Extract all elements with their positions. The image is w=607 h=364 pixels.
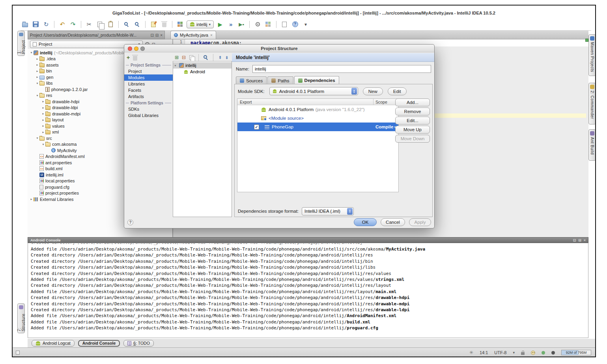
ok-button[interactable]: OK bbox=[354, 218, 377, 226]
dependency-row[interactable]: Android 4.0.1 Platform (java version "1.… bbox=[237, 105, 398, 114]
hide-icon[interactable]: × bbox=[160, 33, 162, 37]
tool-button-7-structure[interactable]: 7: Structure bbox=[17, 303, 25, 333]
tool-button-ant-build[interactable]: Ant Build bbox=[588, 129, 596, 161]
chevron-down-icon[interactable]: ▾ bbox=[41, 143, 45, 146]
settings-category-item[interactable]: Global Libraries bbox=[124, 112, 173, 119]
edit--button[interactable]: Edit... bbox=[395, 117, 430, 124]
chevron-right-icon[interactable]: ▸ bbox=[35, 63, 39, 67]
editor-tab-myactivity[interactable]: MyActivity.java × bbox=[170, 31, 216, 39]
chevron-right-icon[interactable]: ▸ bbox=[35, 69, 39, 73]
edit-scratch-icon[interactable] bbox=[149, 20, 158, 29]
remove-button[interactable]: Remove bbox=[395, 108, 430, 115]
chevron-right-icon[interactable]: ▸ bbox=[35, 75, 39, 79]
new-sdk-button[interactable]: New bbox=[363, 87, 383, 95]
settings-category-item[interactable]: Facets bbox=[124, 87, 173, 93]
fast-forward-icon[interactable]: » bbox=[226, 20, 235, 29]
chevron-right-icon[interactable]: ▸ bbox=[41, 100, 45, 103]
tool-button-maven-projects[interactable]: Maven Projects bbox=[588, 34, 596, 76]
tool-button-1-project[interactable]: 1: Project bbox=[17, 31, 25, 56]
settings-category-item[interactable]: Project bbox=[124, 68, 173, 74]
module-tree-item-intellij[interactable]: ▾ intellij bbox=[173, 62, 232, 69]
document-icon[interactable] bbox=[280, 20, 289, 29]
minimize-icon[interactable]: ⊟ bbox=[155, 33, 159, 37]
find-icon[interactable] bbox=[204, 55, 207, 59]
scope-select[interactable]: Compile ▾ bbox=[375, 124, 396, 129]
chevron-right-icon[interactable]: ▸ bbox=[35, 57, 39, 61]
tab-paths[interactable]: Paths bbox=[267, 76, 293, 84]
chevron-down-icon[interactable]: ▾ bbox=[35, 82, 39, 85]
copy-icon[interactable] bbox=[95, 20, 104, 29]
minimize-traffic-light[interactable] bbox=[134, 46, 138, 51]
toolbar-overflow-icon[interactable]: ▾ bbox=[301, 20, 310, 29]
chevron-down-icon[interactable]: ▾ bbox=[35, 136, 39, 140]
close-traffic-light[interactable] bbox=[128, 46, 132, 51]
chevron-right-icon[interactable]: ▸ bbox=[29, 197, 34, 201]
chevron-right-icon[interactable]: ▸ bbox=[41, 130, 45, 134]
storage-format-select[interactable]: IntelliJ IDEA (.iml) ▲▼ bbox=[302, 207, 354, 215]
apply-button[interactable]: Apply bbox=[409, 218, 431, 226]
expand-node-icon[interactable]: ⊞ bbox=[175, 55, 179, 60]
redo-icon[interactable]: ↷ bbox=[69, 20, 77, 29]
chevron-down-icon[interactable]: ▾ bbox=[173, 64, 177, 67]
dock-icon[interactable]: ⊡ bbox=[150, 33, 153, 37]
undo-icon[interactable]: ↶ bbox=[58, 20, 67, 29]
save-all-icon[interactable] bbox=[31, 20, 40, 29]
console-log[interactable]: Created directory /Users/adrian/Desktop/… bbox=[28, 243, 588, 338]
module-name-input[interactable] bbox=[252, 65, 431, 73]
toggle-stripes-icon[interactable] bbox=[16, 351, 20, 355]
inspector-hector-icon[interactable] bbox=[531, 351, 535, 355]
close-icon[interactable]: × bbox=[210, 33, 213, 37]
coverage-run-icon[interactable]: ▶▪ bbox=[237, 20, 246, 29]
settings-category-item[interactable]: Artifacts bbox=[124, 93, 173, 100]
paste-icon[interactable] bbox=[106, 20, 115, 29]
add--button[interactable]: Add... bbox=[395, 98, 430, 106]
module-settings-icon[interactable] bbox=[264, 20, 273, 29]
project-structure-icon[interactable] bbox=[176, 20, 185, 29]
find-icon[interactable] bbox=[122, 20, 131, 29]
memory-indicator[interactable]: 92M of 795M bbox=[561, 350, 591, 355]
dock-icon[interactable]: ⊡ bbox=[573, 238, 576, 242]
collapse-node-icon[interactable]: ⊟ bbox=[182, 55, 186, 60]
tab-sources[interactable]: Sources bbox=[236, 76, 267, 84]
toolwindow-button-6-todo[interactable]: 6: TODO bbox=[123, 340, 154, 347]
tool-button-2-commander[interactable]: 2: Commander bbox=[588, 83, 596, 124]
delete-icon[interactable] bbox=[133, 56, 137, 61]
minimize-icon[interactable]: ⊟ bbox=[578, 238, 581, 242]
chevron-down-icon[interactable]: ▾ bbox=[513, 351, 515, 355]
run-config-select[interactable]: intellij ▾ bbox=[187, 20, 214, 28]
replace-icon[interactable] bbox=[133, 20, 142, 29]
edit-sdk-button[interactable]: Edit bbox=[388, 87, 407, 95]
settings-category-item[interactable]: SDKs bbox=[124, 106, 173, 112]
export-checkbox[interactable]: ✓ bbox=[254, 124, 259, 130]
tab-dependencies[interactable]: Dependencies bbox=[294, 76, 339, 84]
help-icon[interactable]: ? bbox=[291, 20, 299, 29]
chevron-down-icon[interactable]: ▾ bbox=[29, 51, 34, 54]
move-up-button[interactable]: Move Up bbox=[395, 126, 430, 134]
add-icon[interactable]: + bbox=[127, 54, 130, 61]
lock-icon[interactable] bbox=[521, 352, 525, 355]
settings-category-item[interactable]: Libraries bbox=[124, 81, 173, 87]
chevron-right-icon[interactable]: ▸ bbox=[41, 112, 45, 115]
collapse-all-icon[interactable]: ⇟ bbox=[225, 55, 228, 60]
zoom-traffic-light[interactable] bbox=[140, 46, 145, 51]
run-icon[interactable]: ▶ bbox=[216, 20, 224, 29]
delete-icon[interactable] bbox=[160, 20, 168, 29]
cut-icon[interactable]: ✂ bbox=[85, 20, 93, 29]
cancel-button[interactable]: Cancel bbox=[381, 218, 405, 226]
expand-all-icon[interactable]: ⇞ bbox=[218, 55, 222, 60]
open-icon[interactable] bbox=[21, 20, 29, 29]
settings-category-item[interactable]: Modules bbox=[124, 74, 173, 81]
chevron-right-icon[interactable]: ▸ bbox=[41, 124, 45, 128]
file-encoding[interactable]: UTF-8 bbox=[494, 350, 506, 355]
toolwindow-button-android-logcat[interactable]: Android Logcat bbox=[32, 340, 75, 347]
dependency-row[interactable]: ✓PhoneGapCompile ▾ bbox=[237, 123, 398, 131]
caret-position[interactable]: 14:1 bbox=[480, 350, 488, 355]
close-icon[interactable]: × bbox=[584, 238, 586, 242]
synchronize-icon[interactable]: ↻ bbox=[42, 20, 50, 29]
chevron-right-icon[interactable]: ▸ bbox=[41, 106, 45, 110]
module-tree-item-android[interactable]: Android bbox=[173, 69, 232, 75]
dependency-row[interactable]: <Module source> bbox=[237, 114, 398, 123]
toolwindow-button-android-console[interactable]: Android Console bbox=[78, 340, 120, 347]
chevron-down-icon[interactable]: ▾ bbox=[35, 94, 39, 97]
help-button[interactable]: ? bbox=[127, 219, 133, 225]
